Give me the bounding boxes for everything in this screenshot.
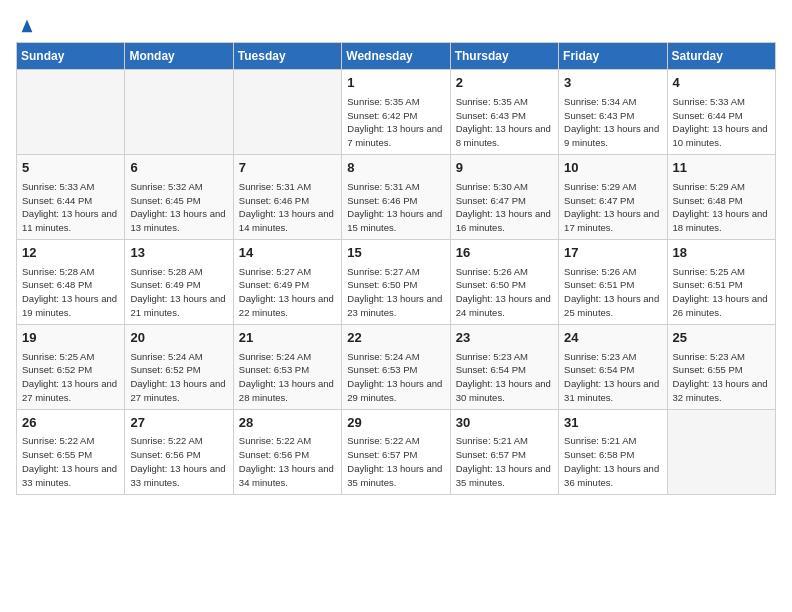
table-row: 10Sunrise: 5:29 AMSunset: 6:47 PMDayligh… <box>559 154 667 239</box>
table-row: 13Sunrise: 5:28 AMSunset: 6:49 PMDayligh… <box>125 239 233 324</box>
col-header-saturday: Saturday <box>667 43 775 70</box>
table-row <box>233 70 341 155</box>
table-row: 15Sunrise: 5:27 AMSunset: 6:50 PMDayligh… <box>342 239 450 324</box>
table-row: 30Sunrise: 5:21 AMSunset: 6:57 PMDayligh… <box>450 409 558 494</box>
table-row: 12Sunrise: 5:28 AMSunset: 6:48 PMDayligh… <box>17 239 125 324</box>
table-row: 9Sunrise: 5:30 AMSunset: 6:47 PMDaylight… <box>450 154 558 239</box>
table-row: 27Sunrise: 5:22 AMSunset: 6:56 PMDayligh… <box>125 409 233 494</box>
table-row: 18Sunrise: 5:25 AMSunset: 6:51 PMDayligh… <box>667 239 775 324</box>
col-header-sunday: Sunday <box>17 43 125 70</box>
table-row: 29Sunrise: 5:22 AMSunset: 6:57 PMDayligh… <box>342 409 450 494</box>
table-row: 6Sunrise: 5:32 AMSunset: 6:45 PMDaylight… <box>125 154 233 239</box>
table-row: 26Sunrise: 5:22 AMSunset: 6:55 PMDayligh… <box>17 409 125 494</box>
table-row: 22Sunrise: 5:24 AMSunset: 6:53 PMDayligh… <box>342 324 450 409</box>
table-row: 17Sunrise: 5:26 AMSunset: 6:51 PMDayligh… <box>559 239 667 324</box>
week-row-3: 12Sunrise: 5:28 AMSunset: 6:48 PMDayligh… <box>17 239 776 324</box>
table-row: 19Sunrise: 5:25 AMSunset: 6:52 PMDayligh… <box>17 324 125 409</box>
table-row: 5Sunrise: 5:33 AMSunset: 6:44 PMDaylight… <box>17 154 125 239</box>
header-row: SundayMondayTuesdayWednesdayThursdayFrid… <box>17 43 776 70</box>
week-row-5: 26Sunrise: 5:22 AMSunset: 6:55 PMDayligh… <box>17 409 776 494</box>
table-row <box>667 409 775 494</box>
table-row: 4Sunrise: 5:33 AMSunset: 6:44 PMDaylight… <box>667 70 775 155</box>
table-row: 7Sunrise: 5:31 AMSunset: 6:46 PMDaylight… <box>233 154 341 239</box>
table-row: 28Sunrise: 5:22 AMSunset: 6:56 PMDayligh… <box>233 409 341 494</box>
table-row: 14Sunrise: 5:27 AMSunset: 6:49 PMDayligh… <box>233 239 341 324</box>
table-row <box>17 70 125 155</box>
col-header-monday: Monday <box>125 43 233 70</box>
table-row: 16Sunrise: 5:26 AMSunset: 6:50 PMDayligh… <box>450 239 558 324</box>
table-row: 3Sunrise: 5:34 AMSunset: 6:43 PMDaylight… <box>559 70 667 155</box>
table-row: 24Sunrise: 5:23 AMSunset: 6:54 PMDayligh… <box>559 324 667 409</box>
table-row: 25Sunrise: 5:23 AMSunset: 6:55 PMDayligh… <box>667 324 775 409</box>
week-row-4: 19Sunrise: 5:25 AMSunset: 6:52 PMDayligh… <box>17 324 776 409</box>
svg-marker-0 <box>22 20 33 33</box>
calendar-table: SundayMondayTuesdayWednesdayThursdayFrid… <box>16 42 776 495</box>
table-row: 2Sunrise: 5:35 AMSunset: 6:43 PMDaylight… <box>450 70 558 155</box>
table-row: 31Sunrise: 5:21 AMSunset: 6:58 PMDayligh… <box>559 409 667 494</box>
col-header-friday: Friday <box>559 43 667 70</box>
table-row: 1Sunrise: 5:35 AMSunset: 6:42 PMDaylight… <box>342 70 450 155</box>
col-header-thursday: Thursday <box>450 43 558 70</box>
logo <box>16 16 36 30</box>
week-row-1: 1Sunrise: 5:35 AMSunset: 6:42 PMDaylight… <box>17 70 776 155</box>
col-header-wednesday: Wednesday <box>342 43 450 70</box>
table-row: 11Sunrise: 5:29 AMSunset: 6:48 PMDayligh… <box>667 154 775 239</box>
week-row-2: 5Sunrise: 5:33 AMSunset: 6:44 PMDaylight… <box>17 154 776 239</box>
col-header-tuesday: Tuesday <box>233 43 341 70</box>
table-row: 21Sunrise: 5:24 AMSunset: 6:53 PMDayligh… <box>233 324 341 409</box>
table-row: 20Sunrise: 5:24 AMSunset: 6:52 PMDayligh… <box>125 324 233 409</box>
table-row: 23Sunrise: 5:23 AMSunset: 6:54 PMDayligh… <box>450 324 558 409</box>
logo-arrow-icon <box>18 16 36 34</box>
table-row: 8Sunrise: 5:31 AMSunset: 6:46 PMDaylight… <box>342 154 450 239</box>
table-row <box>125 70 233 155</box>
page-header <box>16 16 776 30</box>
